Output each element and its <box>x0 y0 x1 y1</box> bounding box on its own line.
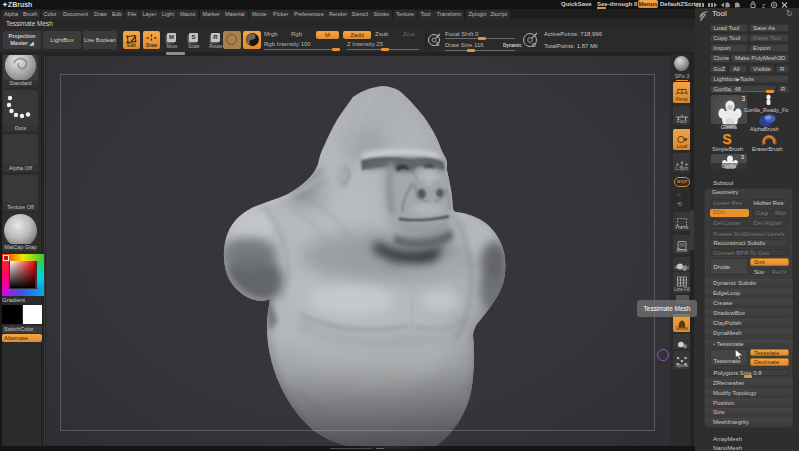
svg-text:D: D <box>532 42 536 48</box>
svg-text:Draw: Draw <box>145 43 157 48</box>
svg-text:Edit: Edit <box>127 43 136 48</box>
